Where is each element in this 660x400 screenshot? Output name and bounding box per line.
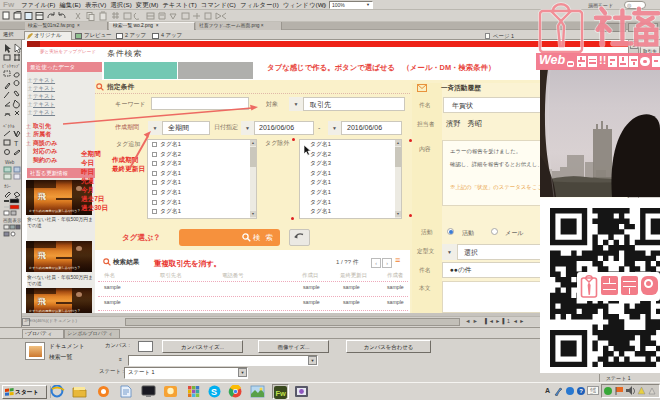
svg-text:ｶﾗｰ: ｶﾗｰ [4,184,11,189]
svg-text:T: T [14,140,19,147]
svg-text:S: S [211,387,217,397]
svg-text:Fw: Fw [275,389,286,398]
svg-text:画面表示: 画面表示 [3,217,21,224]
svg-text:ﾍﾞｸﾄﾙ: ﾍﾞｸﾄﾙ [3,124,15,129]
svg-text:ﾋﾞｯﾄﾏｯﾌﾟ: ﾋﾞｯﾄﾏｯﾌﾟ [2,64,20,69]
svg-text:Web: Web [5,160,15,165]
